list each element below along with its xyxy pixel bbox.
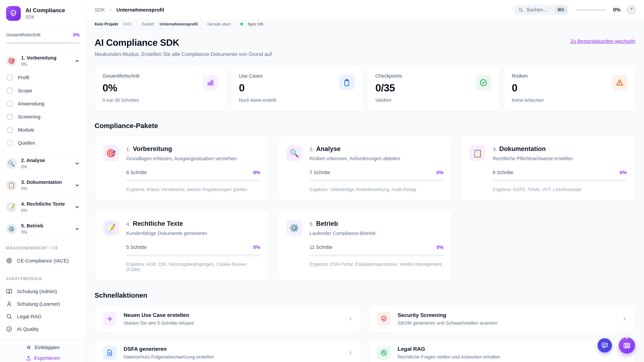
- quick-action-dsfa-generieren[interactable]: DSFA generieren Datenschutz-Folgenabscha…: [94, 339, 361, 362]
- sidebar-item-screening[interactable]: Screening: [6, 110, 80, 123]
- package-result: Ergebnis: DSFA, TOMs, VVT, Löschkonzept: [493, 187, 627, 192]
- stat-label: Risiken: [512, 73, 628, 79]
- collapse-label: Einklappen: [35, 345, 60, 350]
- sidebar-item-scope[interactable]: Scope: [6, 84, 80, 97]
- sidebar-item-ce-compliance[interactable]: CE-Compliance (IACE): [6, 254, 80, 267]
- chevron-down-icon: [75, 205, 80, 210]
- package-progress-bar: [493, 180, 627, 182]
- app-logo: [6, 6, 21, 21]
- sidebar-item-schulung-admin[interactable]: Schulung (Admin): [6, 285, 80, 298]
- sidebar-item-legal-rag[interactable]: Legal RAG: [6, 310, 80, 323]
- last-edited-value: Unternehmensprofil: [160, 22, 198, 26]
- chevron-right-icon: [109, 8, 113, 12]
- sidebar-footer: Einklappen Exportieren: [0, 339, 86, 362]
- check-circle-icon: [6, 326, 12, 332]
- package-percent: 0%: [436, 245, 444, 250]
- chevron-right-icon: [348, 350, 353, 356]
- sidebar-item-profil[interactable]: Profil: [6, 71, 80, 84]
- search-input[interactable]: Suchen... ⌘K: [514, 5, 569, 15]
- step-circle-icon: [7, 87, 13, 94]
- sync-status-dot: [240, 23, 243, 25]
- packages-heading: Compliance-Pakete: [94, 122, 635, 130]
- app-title: AI Compliance: [26, 7, 65, 13]
- board-view-button[interactable]: [618, 337, 636, 354]
- phase-percent: 0%: [21, 62, 70, 67]
- subitem-label: Anwendung: [18, 101, 44, 107]
- sidebar-item-anwendung[interactable]: Anwendung: [6, 97, 80, 110]
- gear-icon: ⚙️: [286, 220, 302, 236]
- topbar-progress-bar: [576, 9, 606, 11]
- package-card-betrieb[interactable]: ⚙️ 5. Betrieb Laufender Compliance-Betri…: [278, 211, 452, 281]
- package-steps: 6 Schritte: [493, 170, 513, 175]
- sidebar-phase-betrieb[interactable]: ⚙️ 5. Betrieb 0%: [0, 218, 86, 240]
- chevron-right-icon: [622, 316, 627, 322]
- gear-icon: ⚙️: [6, 224, 17, 234]
- subitem-label: Screening: [18, 114, 40, 120]
- package-card-vorbereitung[interactable]: 🎯 1. Vorbereitung Grundlagen erfassen, A…: [94, 136, 269, 201]
- page-header: AI Compliance SDK Neukunden-Modus: Erste…: [94, 37, 635, 57]
- package-description: Risiken erkennen, Anforderungen ableiten: [310, 156, 444, 161]
- breadcrumb-current: Unternehmensprofil: [116, 7, 164, 13]
- package-card-dokumentation[interactable]: 📋 3. Dokumentation Rechtliche Pflichtnac…: [461, 136, 635, 201]
- package-card-analyse[interactable]: 🔍 2. Analyse Risiken erkennen, Anforderu…: [278, 136, 452, 201]
- chat-bubble-icon: [601, 342, 608, 349]
- stat-card-gesamtfortschritt: Gesamtfortschritt 0% 0 von 35 Schritten: [94, 66, 226, 111]
- phase-label: 3. Dokumentation: [21, 179, 70, 185]
- quick-action-security-screening[interactable]: Security Screening SBOM generieren und S…: [368, 305, 635, 333]
- sidebar-item-ai-quality[interactable]: AI Quality: [6, 323, 80, 335]
- sidebar-phase-vorbereitung[interactable]: 🎯 1. Vorbereitung 0%: [0, 51, 86, 71]
- notification-dot: [626, 337, 628, 339]
- phase-percent: 0%: [21, 186, 70, 191]
- package-steps: 5 Schritte: [126, 245, 147, 250]
- export-button[interactable]: Exportieren: [26, 355, 60, 361]
- step-circle-icon: [7, 100, 13, 107]
- sidebar-item-module[interactable]: Module: [6, 123, 80, 136]
- stat-label: Gesamtfortschritt: [102, 73, 218, 79]
- last-edited-label: Zuletzt:: [142, 22, 155, 26]
- sidebar-phase-rechtliche-texte[interactable]: 📝 4. Rechtliche Texte 0%: [0, 196, 86, 218]
- help-button[interactable]: ?: [628, 6, 635, 14]
- page-subtitle: Neukunden-Modus: Erstellen Sie alle Comp…: [94, 51, 273, 57]
- version-badge: V001: [123, 22, 132, 26]
- stat-subtext: Noch keine erstellt: [239, 98, 355, 103]
- chevron-right-icon: [348, 316, 353, 322]
- package-description: Grundlagen erfassen, Ausgangssituation v…: [126, 156, 260, 161]
- main-area: SDK Unternehmensprofil Suchen... ⌘K 0% ?…: [86, 0, 644, 362]
- upload-icon: [26, 356, 31, 361]
- shield-check-icon: [10, 9, 17, 17]
- clipboard-icon: [339, 75, 354, 90]
- package-progress-bar: [126, 254, 260, 256]
- switch-customer-mode-link[interactable]: Zu Bestandskunden wechseln: [570, 38, 635, 44]
- content: AI Compliance SDK Neukunden-Modus: Erste…: [86, 28, 644, 362]
- package-title: Rechtliche Texte: [133, 220, 183, 227]
- search-placeholder: Suchen...: [526, 7, 552, 12]
- stat-label: Checkpoints: [375, 73, 491, 79]
- package-description: Laufender Compliance-Betrieb: [310, 231, 444, 236]
- clipboard-icon: 📋: [470, 145, 485, 161]
- sidebar-phase-analyse[interactable]: 🔍 2. Analyse 0%: [0, 152, 86, 174]
- package-steps: 6 Schritte: [126, 170, 147, 175]
- package-card-rechtliche-texte[interactable]: 📝 4. Rechtliche Texte Kundenfähige Dokum…: [94, 211, 269, 281]
- sidebar-item-quellen[interactable]: Quellen: [6, 136, 80, 149]
- package-percent: 0%: [253, 245, 260, 250]
- quick-actions-heading: Schnellaktionen: [94, 292, 635, 299]
- sidebar-item-schulung-learner[interactable]: Schulung (Learner): [6, 298, 80, 310]
- chat-assistant-button[interactable]: [598, 338, 612, 353]
- package-number: 5.: [310, 221, 314, 227]
- quick-action-new-use-case[interactable]: Neuen Use Case erstellen Starten Sie den…: [94, 305, 361, 333]
- memo-icon: 📝: [6, 202, 17, 213]
- quick-action-description: Starten Sie den 5-Schritte-Wizard: [124, 321, 341, 326]
- package-description: Kundenfähige Dokumente generieren: [126, 231, 260, 236]
- chevron-up-icon: [75, 58, 80, 63]
- cpu-icon: [6, 258, 12, 264]
- phase-label: 5. Betrieb: [21, 223, 70, 229]
- phase-percent: 0%: [21, 208, 70, 213]
- package-title: Betrieb: [316, 220, 338, 227]
- topbar-progress-value: 0%: [613, 7, 620, 13]
- search-icon: [6, 313, 12, 320]
- stat-subtext: Keine kritischen: [512, 98, 628, 103]
- collapse-sidebar-button[interactable]: Einklappen: [26, 345, 60, 350]
- breadcrumb-root[interactable]: SDK: [94, 7, 105, 13]
- quick-action-legal-rag[interactable]: Legal RAG Rechtliche Fragen stellen und …: [368, 339, 635, 362]
- sidebar-phase-dokumentation[interactable]: 📋 3. Dokumentation 0%: [0, 174, 86, 196]
